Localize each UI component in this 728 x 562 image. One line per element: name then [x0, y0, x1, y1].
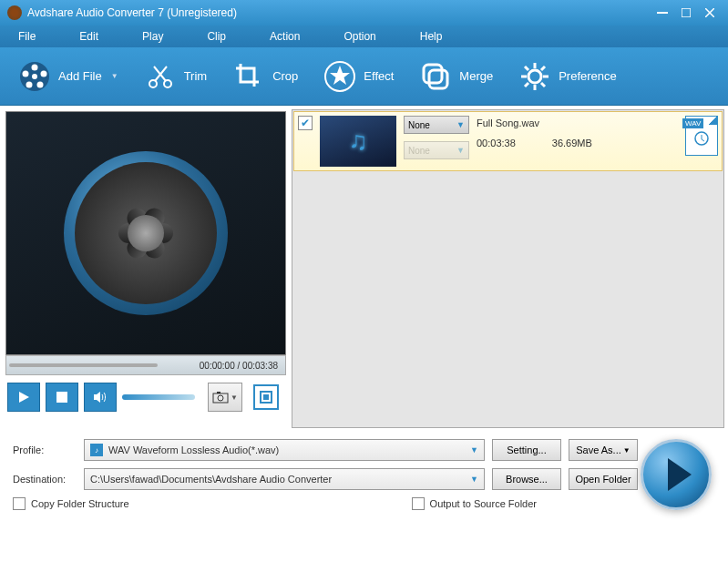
- progress-track[interactable]: [9, 363, 158, 367]
- music-note-icon: ♫: [349, 127, 368, 156]
- browse-button[interactable]: Browse...: [492, 468, 561, 490]
- profile-select[interactable]: ♪ WAV Waveform Lossless Audio(*.wav) ▼: [84, 439, 485, 461]
- svg-rect-27: [56, 392, 67, 403]
- stop-button[interactable]: [46, 383, 78, 412]
- file-item[interactable]: ✔ ♫ None▼ None▼ Full Song.wav 00:03:38 3…: [293, 111, 723, 171]
- time-bar[interactable]: 00:00:00 / 00:03:38: [5, 355, 286, 375]
- menu-action[interactable]: Action: [270, 30, 300, 43]
- volume-button[interactable]: [84, 383, 117, 412]
- svg-rect-17: [429, 70, 447, 88]
- time-display: 00:00:00 / 00:03:38: [200, 361, 278, 371]
- add-file-button[interactable]: Add File▼: [18, 60, 118, 93]
- menu-help[interactable]: Help: [420, 30, 443, 43]
- svg-rect-30: [217, 392, 220, 393]
- destination-select[interactable]: C:\Users\fawad\Documents\Avdshare Audio …: [84, 468, 485, 490]
- effect-label: Effect: [364, 69, 394, 83]
- setting-button[interactable]: Setting...: [492, 439, 561, 461]
- preview-controls: ▼: [5, 375, 286, 419]
- menu-option[interactable]: Option: [343, 30, 375, 43]
- menu-clip[interactable]: Clip: [207, 30, 226, 43]
- play-button[interactable]: [7, 383, 40, 412]
- svg-line-25: [541, 66, 545, 70]
- trim-label: Trim: [184, 69, 208, 83]
- destination-label: Destination:: [13, 474, 77, 485]
- menu-play[interactable]: Play: [142, 30, 163, 43]
- svg-point-9: [23, 70, 29, 77]
- svg-point-10: [32, 74, 37, 79]
- reel-wheel-icon: [64, 151, 228, 315]
- title-bar: Avdshare Audio Converter 7 (Unregistered…: [0, 0, 728, 26]
- merge-label: Merge: [459, 69, 493, 83]
- copy-folder-label: Copy Folder Structure: [31, 498, 129, 509]
- svg-point-7: [37, 81, 44, 87]
- output-source-label: Output to Source Folder: [430, 498, 537, 509]
- checkbox-icon: [13, 497, 26, 510]
- file-size: 36.69MB: [552, 138, 592, 148]
- merge-icon: [419, 60, 452, 93]
- svg-rect-1: [682, 8, 691, 17]
- menu-file[interactable]: File: [18, 30, 36, 43]
- effect-button[interactable]: Effect: [323, 60, 394, 93]
- close-button[interactable]: [699, 5, 721, 20]
- main-content: 00:00:00 / 00:03:38 ▼ ✔ ♫ None▼ None▼ Fu…: [0, 106, 728, 432]
- fullscreen-button[interactable]: [253, 384, 279, 410]
- file-list: ✔ ♫ None▼ None▼ Full Song.wav 00:03:38 3…: [292, 109, 724, 428]
- star-icon: [323, 60, 356, 93]
- scissors-icon: [144, 60, 177, 93]
- svg-rect-32: [263, 394, 269, 400]
- maximize-button[interactable]: [675, 5, 697, 20]
- film-reel-icon: [18, 60, 51, 93]
- svg-rect-16: [424, 65, 442, 83]
- format-badge: WAV: [682, 118, 703, 128]
- svg-line-23: [525, 66, 528, 70]
- svg-point-18: [528, 70, 541, 83]
- preference-label: Preference: [559, 69, 617, 83]
- svg-point-6: [41, 70, 47, 77]
- profile-format-icon: ♪: [90, 444, 103, 456]
- gear-icon: [518, 60, 551, 93]
- checkbox-icon: [412, 497, 425, 510]
- profile-label: Profile:: [13, 444, 77, 455]
- toolbar: Add File▼ Trim Crop Effect Merge Prefere…: [0, 47, 728, 106]
- file-duration: 00:03:38: [477, 138, 516, 148]
- profile-value: WAV Waveform Lossless Audio(*.wav): [108, 444, 279, 455]
- crop-label: Crop: [272, 69, 298, 83]
- format-icon: WAV: [685, 116, 718, 156]
- window-title: Avdshare Audio Converter 7 (Unregistered…: [27, 6, 650, 19]
- add-file-label: Add File: [58, 69, 102, 83]
- app-icon: [7, 5, 22, 20]
- minimize-button[interactable]: [651, 5, 673, 20]
- copy-folder-checkbox[interactable]: Copy Folder Structure: [13, 497, 129, 510]
- svg-point-8: [26, 81, 33, 87]
- chevron-down-icon: ▼: [470, 445, 478, 455]
- svg-point-29: [218, 395, 223, 401]
- svg-line-24: [541, 83, 545, 87]
- merge-button[interactable]: Merge: [419, 60, 493, 93]
- chevron-down-icon: ▼: [470, 475, 478, 484]
- crop-icon: [232, 60, 265, 93]
- chevron-down-icon: ▼: [111, 72, 118, 80]
- profile-select-2[interactable]: None▼: [404, 141, 469, 159]
- file-name: Full Song.wav: [477, 118, 678, 128]
- convert-button[interactable]: [641, 439, 712, 510]
- snapshot-button[interactable]: ▼: [208, 383, 242, 412]
- open-folder-button[interactable]: Open Folder: [569, 468, 638, 490]
- menu-edit[interactable]: Edit: [79, 30, 98, 43]
- svg-line-26: [525, 83, 528, 87]
- menu-bar: File Edit Play Clip Action Option Help: [0, 26, 728, 47]
- save-as-button[interactable]: Save As...▼: [569, 439, 638, 461]
- svg-rect-0: [657, 12, 668, 14]
- crop-button[interactable]: Crop: [232, 60, 298, 93]
- svg-point-5: [32, 64, 38, 70]
- bottom-panel: Profile: ♪ WAV Waveform Lossless Audio(*…: [0, 432, 728, 516]
- volume-slider[interactable]: [122, 394, 195, 400]
- trim-button[interactable]: Trim: [144, 60, 208, 93]
- file-checkbox[interactable]: ✔: [298, 116, 313, 130]
- profile-select-1[interactable]: None▼: [404, 116, 469, 134]
- file-thumbnail: ♫: [320, 116, 396, 167]
- preview-canvas: [5, 111, 286, 355]
- destination-value: C:\Users\fawad\Documents\Avdshare Audio …: [90, 474, 332, 485]
- preference-button[interactable]: Preference: [518, 60, 617, 93]
- preview-pane: 00:00:00 / 00:03:38 ▼: [0, 106, 292, 432]
- output-source-checkbox[interactable]: Output to Source Folder: [412, 497, 537, 510]
